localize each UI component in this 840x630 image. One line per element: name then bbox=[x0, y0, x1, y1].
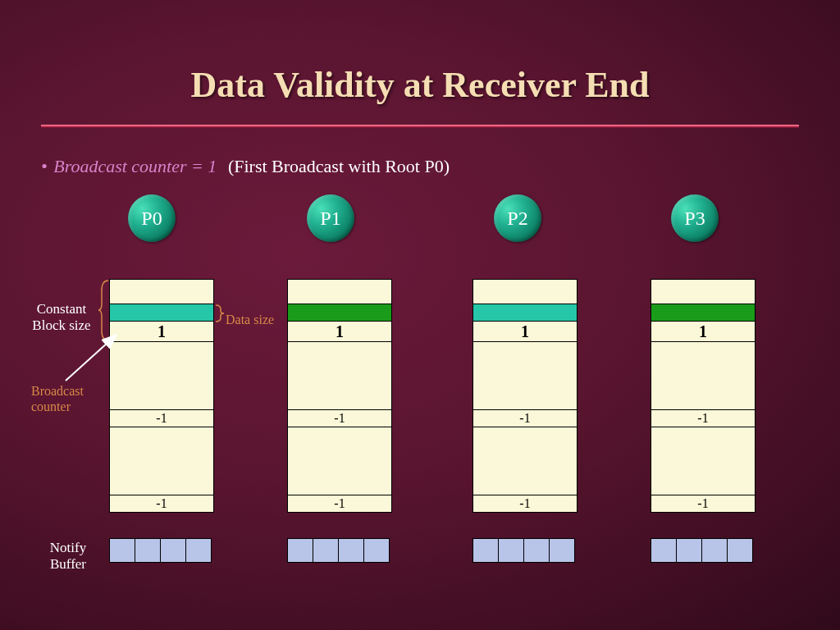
slot2-counter: -1 bbox=[109, 409, 214, 427]
data-strip bbox=[109, 304, 214, 322]
block-mid-2 bbox=[472, 427, 578, 495]
counter-row: 1 bbox=[472, 322, 578, 342]
buffer-column-p1: 1 -1 -1 bbox=[287, 279, 392, 513]
slot3-counter: -1 bbox=[109, 495, 214, 513]
subtitle: • Broadcast counter = 1 (First Broadcast… bbox=[41, 156, 450, 177]
notify-cell bbox=[185, 538, 212, 563]
subtitle-rest: (First Broadcast with Root P0) bbox=[228, 156, 450, 176]
buffer-column-p2: 1 -1 -1 bbox=[472, 279, 578, 513]
notify-cell bbox=[135, 538, 161, 563]
slot2-counter: -1 bbox=[287, 409, 392, 427]
process-node-p0: P0 bbox=[128, 194, 176, 242]
block-mid-2 bbox=[287, 427, 392, 495]
label-data-size: Data size bbox=[226, 312, 274, 327]
notify-cell bbox=[109, 538, 135, 563]
buffer-column-p0: 1 -1 -1 bbox=[109, 279, 214, 513]
notify-cell bbox=[313, 538, 339, 563]
notify-cell bbox=[701, 538, 728, 563]
notify-buffer-p3 bbox=[651, 538, 753, 563]
subtitle-emphasis: Broadcast counter = 1 bbox=[53, 156, 217, 176]
svg-line-1 bbox=[66, 335, 116, 381]
slot3-counter: -1 bbox=[651, 495, 756, 513]
notify-cell bbox=[338, 538, 364, 563]
bullet-icon: • bbox=[41, 156, 48, 176]
notify-cell bbox=[287, 538, 313, 563]
notify-cell bbox=[160, 538, 186, 563]
notify-buffer-p0 bbox=[109, 538, 212, 563]
label-notify-buffer: NotifyBuffer bbox=[39, 540, 97, 573]
data-strip bbox=[651, 304, 756, 322]
slot2-counter: -1 bbox=[472, 409, 578, 427]
data-strip bbox=[287, 304, 392, 322]
notify-cell bbox=[363, 538, 390, 563]
slot3-counter: -1 bbox=[472, 495, 578, 513]
counter-row: 1 bbox=[287, 322, 392, 342]
slot2-counter: -1 bbox=[651, 409, 756, 427]
block-top bbox=[651, 279, 756, 304]
process-node-p3: P3 bbox=[671, 194, 719, 242]
counter-row: 1 bbox=[651, 322, 756, 342]
notify-cell bbox=[498, 538, 524, 563]
notify-cell bbox=[651, 538, 677, 563]
title-underline bbox=[41, 125, 799, 128]
block-top bbox=[287, 279, 392, 304]
process-node-p2: P2 bbox=[494, 194, 541, 242]
notify-cell bbox=[472, 538, 499, 563]
notify-cell bbox=[523, 538, 550, 563]
slot3-counter: -1 bbox=[287, 495, 392, 513]
data-strip bbox=[472, 304, 578, 322]
slide-title: Data Validity at Receiver End bbox=[0, 0, 840, 106]
buffer-column-p3: 1 -1 -1 bbox=[651, 279, 756, 513]
process-node-p1: P1 bbox=[307, 194, 354, 242]
block-top bbox=[109, 279, 214, 304]
notify-cell bbox=[676, 538, 702, 563]
notify-buffer-p2 bbox=[472, 538, 575, 563]
block-top bbox=[472, 279, 578, 304]
notify-buffer-p1 bbox=[287, 538, 390, 563]
label-broadcast-counter: Broadcastcounter bbox=[31, 383, 84, 414]
block-mid-2 bbox=[651, 427, 756, 495]
brace-data-size bbox=[214, 304, 226, 323]
block-mid-2 bbox=[109, 427, 214, 495]
block-mid bbox=[472, 342, 578, 409]
arrow-broadcast-counter bbox=[57, 328, 131, 386]
block-mid bbox=[287, 342, 392, 409]
block-mid bbox=[651, 342, 756, 409]
notify-cell bbox=[549, 538, 575, 563]
notify-cell bbox=[727, 538, 753, 563]
